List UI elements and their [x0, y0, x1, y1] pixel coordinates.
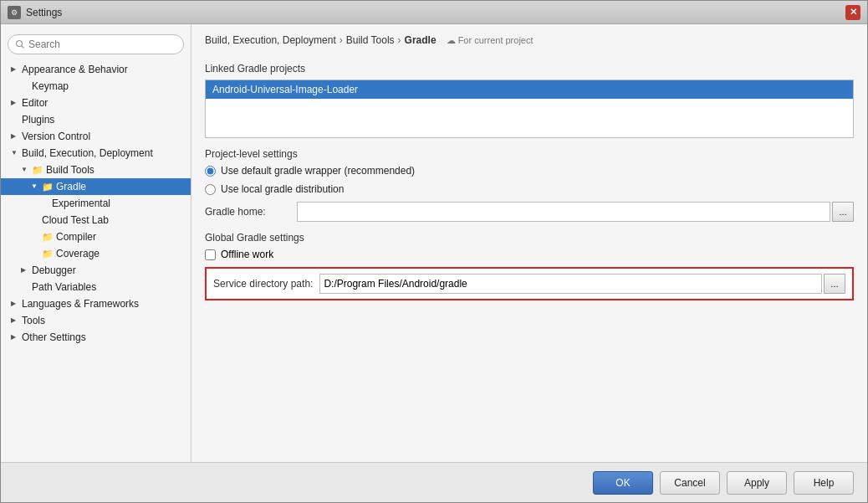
sidebar-item-label: Compiler	[56, 231, 96, 243]
breadcrumb: Build, Execution, Deployment › Build Too…	[191, 24, 867, 53]
breadcrumb-part-0: Build, Execution, Deployment	[205, 34, 336, 46]
arrow-icon: ▶	[11, 333, 19, 341]
radio-default-input[interactable]	[205, 166, 216, 177]
gradle-home-browse-button[interactable]: …	[832, 202, 854, 222]
close-button[interactable]: ✕	[845, 5, 860, 20]
sidebar-item-cloud-test-lab[interactable]: Cloud Test Lab	[1, 212, 191, 228]
sidebar-item-path-variables[interactable]: Path Variables	[1, 279, 191, 295]
radio-use-default[interactable]: Use default gradle wrapper (recommended)	[205, 165, 854, 177]
sidebar-item-label: Cloud Test Lab	[42, 214, 109, 226]
breadcrumb-part-1: Build Tools	[346, 34, 395, 46]
sidebar-item-label: Other Settings	[22, 331, 86, 343]
project-level-label: Project-level settings	[205, 148, 854, 160]
sidebar-item-label: Path Variables	[32, 281, 96, 293]
content-area: ▶Appearance & BehaviorKeymap▶EditorPlugi…	[1, 24, 867, 462]
sidebar-item-label: Build, Execution, Deployment	[22, 147, 153, 159]
linked-projects-box: Android-Universal-Image-Loader	[205, 80, 854, 138]
sidebar-item-build-tools[interactable]: ▼📁Build Tools	[1, 162, 191, 178]
breadcrumb-sep-0: ›	[340, 34, 343, 46]
folder-icon: 📁	[42, 182, 54, 192]
arrow-icon: ▶	[11, 65, 19, 74]
help-button[interactable]: Help	[794, 471, 854, 495]
sidebar-item-coverage[interactable]: 📁Coverage	[1, 245, 191, 262]
folder-icon: 📁	[32, 165, 43, 176]
sidebar-item-version-control[interactable]: ▶Version Control	[1, 128, 191, 145]
sidebar-item-other-settings[interactable]: ▶Other Settings	[1, 329, 191, 346]
sidebar-item-tools[interactable]: ▶Tools	[1, 312, 191, 329]
main-content: Linked Gradle projects Android-Universal…	[191, 53, 867, 462]
service-dir-label: Service directory path:	[213, 278, 313, 290]
ok-button[interactable]: OK	[593, 471, 653, 495]
arrow-icon: ▶	[21, 266, 29, 275]
folder-icon: 📁	[42, 249, 54, 259]
sidebar-item-label: Gradle	[56, 181, 86, 192]
arrow-icon: ▶	[11, 132, 19, 141]
service-dir-browse-button[interactable]: …	[824, 274, 845, 294]
arrow-icon: ▼	[31, 182, 39, 191]
sidebar-item-languages-frameworks[interactable]: ▶Languages & Frameworks	[1, 295, 191, 312]
sidebar-item-build-exec-deploy[interactable]: ▼Build, Execution, Deployment	[1, 145, 191, 162]
sidebar-item-label: Tools	[22, 315, 45, 326]
sidebar: ▶Appearance & BehaviorKeymap▶EditorPlugi…	[1, 24, 191, 462]
window-title: Settings	[26, 7, 845, 18]
breadcrumb-sep-1: ›	[398, 34, 401, 46]
main-panel: Build, Execution, Deployment › Build Too…	[191, 24, 867, 462]
sidebar-item-label: Experimental	[52, 198, 110, 209]
sidebar-item-appearance[interactable]: ▶Appearance & Behavior	[1, 61, 191, 78]
radio-use-local[interactable]: Use local gradle distribution	[205, 183, 854, 195]
global-gradle-label: Global Gradle settings	[205, 232, 854, 244]
sidebar-item-experimental[interactable]: Experimental	[1, 195, 191, 212]
breadcrumb-part-2: Gradle	[405, 34, 437, 46]
gradle-home-row: Gradle home: …	[205, 202, 854, 222]
sidebar-item-label: Build Tools	[46, 164, 94, 176]
offline-work-checkbox[interactable]	[205, 249, 216, 260]
arrow-icon: ▶	[11, 99, 19, 107]
sidebar-item-gradle[interactable]: ▼📁Gradle	[1, 178, 191, 195]
radio-local-label: Use local gradle distribution	[221, 183, 344, 195]
sidebar-item-label: Version Control	[22, 131, 90, 142]
arrow-icon: ▼	[11, 149, 19, 157]
search-wrapper	[1, 29, 191, 61]
sidebar-item-label: Editor	[22, 97, 48, 109]
sidebar-item-label: Languages & Frameworks	[22, 298, 139, 310]
sidebar-items: ▶Appearance & BehaviorKeymap▶EditorPlugi…	[1, 61, 191, 346]
settings-window: ⚙ Settings ✕ ▶Appearance & BehaviorKeyma…	[0, 0, 868, 503]
offline-work-label: Offline work	[221, 249, 273, 260]
sidebar-item-label: Appearance & Behavior	[22, 64, 128, 75]
sidebar-item-label: Debugger	[32, 264, 76, 276]
arrow-icon: ▶	[11, 316, 19, 325]
title-bar: ⚙ Settings ✕	[1, 1, 867, 24]
app-icon: ⚙	[8, 6, 21, 19]
linked-projects-empty	[206, 99, 853, 124]
radio-local-input[interactable]	[205, 184, 216, 195]
arrow-icon: ▼	[21, 166, 29, 174]
linked-projects-label: Linked Gradle projects	[205, 63, 854, 74]
linked-project-item[interactable]: Android-Universal-Image-Loader	[206, 80, 853, 99]
footer: OK Cancel Apply Help	[1, 462, 867, 502]
sidebar-item-label: Keymap	[32, 80, 69, 92]
sidebar-item-compiler[interactable]: 📁Compiler	[1, 228, 191, 245]
breadcrumb-note: ☁ For current project	[447, 35, 534, 46]
sidebar-item-label: Plugins	[22, 114, 54, 126]
sidebar-item-debugger[interactable]: ▶Debugger	[1, 262, 191, 279]
search-input[interactable]	[8, 34, 184, 54]
radio-default-label: Use default gradle wrapper (recommended)	[221, 165, 415, 177]
sidebar-item-keymap[interactable]: Keymap	[1, 78, 191, 95]
service-dir-input[interactable]	[319, 274, 822, 294]
gradle-home-label: Gradle home:	[205, 206, 297, 218]
sidebar-item-label: Coverage	[56, 248, 100, 259]
apply-button[interactable]: Apply	[727, 471, 787, 495]
cancel-button[interactable]: Cancel	[660, 471, 720, 495]
service-dir-row: Service directory path: …	[205, 267, 854, 300]
gradle-home-input[interactable]	[297, 202, 830, 222]
sidebar-item-editor[interactable]: ▶Editor	[1, 95, 191, 111]
arrow-icon: ▶	[11, 300, 19, 308]
folder-icon: 📁	[42, 232, 54, 243]
offline-work-row: Offline work	[205, 249, 854, 260]
sidebar-item-plugins[interactable]: Plugins	[1, 111, 191, 128]
